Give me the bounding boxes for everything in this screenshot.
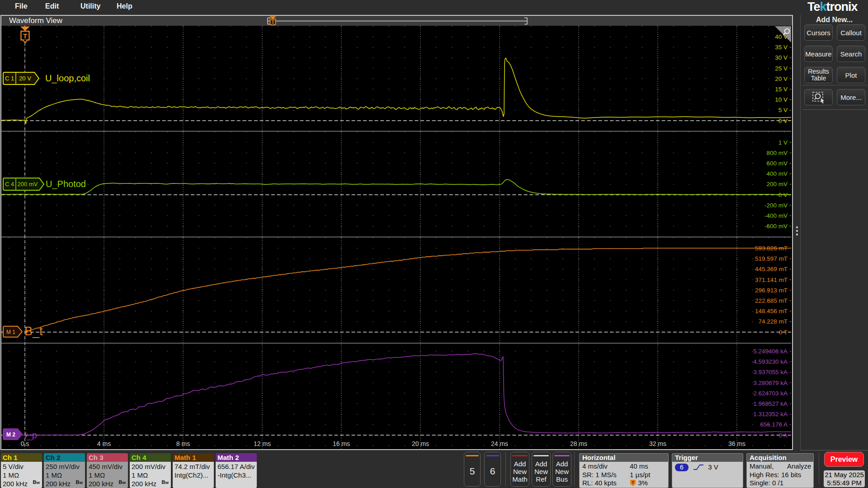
svg-text:4 ms: 4 ms — [97, 440, 111, 447]
svg-text:15 V: 15 V — [775, 86, 788, 93]
svg-text:296.913 mT: 296.913 mT — [755, 287, 788, 294]
svg-text:20 V: 20 V — [19, 75, 31, 82]
svg-text:20 ms: 20 ms — [412, 440, 429, 447]
svg-text:519.597 mT: 519.597 mT — [755, 255, 788, 262]
svg-text:600 mV: 600 mV — [766, 160, 788, 167]
svg-text:C 1: C 1 — [5, 75, 14, 82]
svg-text:5 V: 5 V — [778, 107, 788, 113]
svg-text:0 V: 0 V — [778, 117, 788, 124]
svg-text:593.826 mT: 593.826 mT — [755, 245, 788, 252]
svg-text:1 V: 1 V — [778, 139, 788, 146]
svg-text:-600 mV: -600 mV — [764, 223, 788, 230]
svg-text:T: T — [272, 20, 274, 25]
svg-text:-400 mV: -400 mV — [764, 212, 788, 219]
svg-text:24 ms: 24 ms — [491, 440, 508, 447]
svg-text:371.141 mT: 371.141 mT — [755, 277, 788, 283]
svg-text:1.312352 kA: 1.312352 kA — [753, 411, 788, 418]
svg-text:0 T: 0 T — [779, 329, 788, 336]
svg-text:445.369 mT: 445.369 mT — [755, 266, 788, 272]
svg-text:T: T — [23, 33, 27, 40]
svg-text:16 ms: 16 ms — [333, 440, 350, 447]
svg-text:M 2: M 2 — [6, 432, 15, 438]
svg-text:0 V: 0 V — [778, 192, 788, 198]
svg-text:B_t: B_t — [24, 324, 43, 338]
svg-text:656.176 A: 656.176 A — [760, 421, 788, 428]
svg-text:12 ms: 12 ms — [254, 440, 271, 447]
svg-text:3.937055 kA: 3.937055 kA — [753, 369, 788, 375]
svg-text:74.228 mT: 74.228 mT — [758, 318, 788, 325]
svg-text:28 ms: 28 ms — [570, 440, 587, 447]
svg-text:2.624703 kA: 2.624703 kA — [753, 390, 788, 397]
svg-text:35 V: 35 V — [775, 44, 788, 51]
svg-text:8 ms: 8 ms — [176, 440, 190, 447]
svg-text:800 mV: 800 mV — [766, 150, 788, 156]
svg-text:200 mV: 200 mV — [18, 181, 38, 188]
svg-text:U_Photod: U_Photod — [46, 179, 86, 189]
svg-text:0 s: 0 s — [21, 440, 29, 447]
svg-text:T: T — [632, 480, 634, 485]
svg-text:M 1: M 1 — [6, 329, 15, 335]
svg-text:20 V: 20 V — [775, 75, 788, 82]
svg-text:222.685 mT: 222.685 mT — [755, 297, 788, 304]
svg-text:-200 mV: -200 mV — [764, 202, 788, 209]
svg-text:4.593230 kA: 4.593230 kA — [753, 358, 788, 365]
svg-text:0 A: 0 A — [778, 432, 788, 439]
svg-text:3.280879 kA: 3.280879 kA — [753, 380, 788, 386]
svg-text:U_loop,coil: U_loop,coil — [45, 73, 90, 84]
svg-text:148.456 mT: 148.456 mT — [755, 308, 788, 314]
svg-text:25 V: 25 V — [775, 65, 788, 72]
svg-text:C 4: C 4 — [5, 181, 14, 188]
svg-text:5.249406 kA: 5.249406 kA — [753, 348, 788, 355]
svg-text:10 V: 10 V — [775, 96, 788, 103]
svg-text:30 V: 30 V — [775, 54, 788, 61]
svg-text:200 mV: 200 mV — [766, 181, 788, 188]
svg-text:1.968527 kA: 1.968527 kA — [753, 400, 788, 407]
svg-text:36 ms: 36 ms — [728, 440, 745, 447]
svg-text:400 mV: 400 mV — [766, 170, 788, 177]
svg-text:32 ms: 32 ms — [649, 440, 666, 447]
